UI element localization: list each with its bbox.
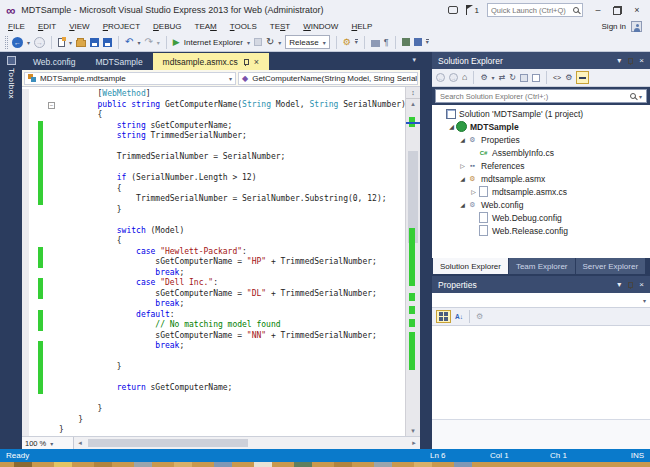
expander-open-icon[interactable]: ◢	[458, 201, 467, 208]
code-line[interactable]: default:	[22, 310, 405, 321]
menu-edit[interactable]: EDIT	[38, 22, 56, 31]
fold-margin[interactable]	[48, 110, 59, 121]
categorized-icon[interactable]	[436, 310, 451, 323]
fold-margin[interactable]	[48, 163, 59, 174]
fold-margin[interactable]	[48, 247, 59, 258]
menu-team[interactable]: TEAM	[195, 22, 217, 31]
toolbar-grip[interactable]	[5, 36, 8, 49]
tree-item-references[interactable]: ▷▪▪References	[432, 159, 650, 172]
fold-margin[interactable]	[48, 425, 59, 436]
fold-margin[interactable]	[48, 131, 59, 142]
code-line[interactable]: {	[22, 110, 405, 121]
tree-item-mdtsample[interactable]: ◢MDTSample	[432, 120, 650, 133]
tree-item-properties[interactable]: ◢⚙Properties	[432, 133, 650, 146]
toolbox-autohide-tab[interactable]: Toolbox	[0, 52, 22, 449]
fold-margin[interactable]	[48, 352, 59, 363]
collapse-all-icon[interactable]	[520, 74, 528, 82]
view-code-icon[interactable]: <>	[553, 74, 561, 81]
pin-icon[interactable]	[627, 281, 633, 289]
code-line[interactable]	[22, 373, 405, 384]
fold-margin[interactable]	[48, 226, 59, 237]
tree-item-web-release-config[interactable]: Web.Release.config	[432, 224, 650, 237]
browser-select-label[interactable]: Internet Explorer	[184, 38, 243, 47]
fold-margin[interactable]: −	[48, 100, 59, 111]
taskbar-app-icon[interactable]	[214, 462, 232, 467]
fold-margin[interactable]	[48, 121, 59, 132]
collapse-region-icon[interactable]: −	[48, 102, 55, 109]
dock-splitter[interactable]	[420, 52, 432, 449]
fold-margin[interactable]	[48, 404, 59, 415]
fold-margin[interactable]	[48, 173, 59, 184]
fold-margin[interactable]	[48, 394, 59, 405]
taskbar-app-icon[interactable]	[454, 462, 472, 467]
fold-margin[interactable]	[48, 310, 59, 321]
fold-margin[interactable]	[48, 331, 59, 342]
fold-margin[interactable]	[48, 89, 59, 100]
taskbar-app-icon[interactable]	[14, 462, 32, 467]
fold-margin[interactable]	[48, 257, 59, 268]
scroll-down-icon[interactable]: ▾	[406, 427, 420, 435]
pin-icon[interactable]	[243, 58, 249, 66]
tool-tab-server-explorer[interactable]: Server Explorer	[576, 258, 646, 274]
code-line[interactable]	[22, 215, 405, 226]
fold-margin[interactable]	[48, 320, 59, 331]
code-line[interactable]: TrimmedSerialNumber = SerialNumber;	[22, 152, 405, 163]
notifications-button[interactable]: 1	[466, 5, 479, 15]
pin-icon[interactable]	[627, 57, 633, 65]
taskbar-app-icon[interactable]	[94, 462, 112, 467]
code-line[interactable]: − public string GetComputerName(String M…	[22, 100, 405, 111]
code-line[interactable]: break;	[22, 268, 405, 279]
expander-closed-icon[interactable]: ▷	[469, 188, 478, 195]
editor-vertical-scrollbar[interactable]: ↕ ▴ ▾	[405, 87, 420, 436]
feedback-icon[interactable]	[448, 6, 458, 14]
properties-object-dropdown[interactable]: ▾	[432, 293, 650, 308]
code-line[interactable]: return sGetComputerName;	[22, 383, 405, 394]
menu-window[interactable]: WINDOW	[303, 22, 338, 31]
code-line[interactable]: switch (Model)	[22, 226, 405, 237]
editor-horizontal-scrollbar[interactable]: ◂ ▸	[74, 437, 420, 449]
taskbar-app-icon[interactable]	[174, 462, 192, 467]
code-line[interactable]	[22, 142, 405, 153]
chevron-down-icon[interactable]: ▾	[492, 74, 495, 81]
fold-margin[interactable]	[48, 152, 59, 163]
toolbox-tab-label[interactable]: Toolbox	[7, 68, 16, 99]
back-icon[interactable]: ←	[436, 73, 445, 82]
tab-mdtsample[interactable]: MDTSample	[85, 53, 152, 70]
fold-margin[interactable]	[48, 236, 59, 247]
scrollbar-thumb[interactable]	[88, 439, 248, 447]
code-line[interactable]: {	[22, 184, 405, 195]
tree-item-assemblyinfo-cs[interactable]: C#AssemblyInfo.cs	[432, 146, 650, 159]
taskbar-app-icon[interactable]	[54, 462, 72, 467]
code-line[interactable]: string TrimmedSerialNumber;	[22, 131, 405, 142]
type-dropdown[interactable]: MDTSample.mdtsample ▾	[24, 72, 236, 85]
chevron-down-icon[interactable]: ▾	[617, 280, 621, 289]
taskbar-app-icon[interactable]	[294, 462, 312, 467]
alphabetical-icon[interactable]: A↓	[455, 313, 463, 320]
fold-margin[interactable]	[48, 341, 59, 352]
outdent-icon[interactable]	[414, 38, 422, 46]
code-editor[interactable]: [WebMethod]− public string GetComputerNa…	[22, 87, 405, 436]
code-line[interactable]: sGetComputerName = "HP" + TrimmedSerialN…	[22, 257, 405, 268]
pilcrow-icon[interactable]: ¶	[384, 38, 389, 47]
fold-margin[interactable]	[48, 383, 59, 394]
properties-title-bar[interactable]: Properties ▾ ×	[432, 276, 650, 293]
menu-help[interactable]: HELP	[351, 22, 372, 31]
tree-item-web-config[interactable]: ◢⚙Web.config	[432, 198, 650, 211]
pending-changes-icon[interactable]: ⚙	[480, 74, 487, 82]
code-line[interactable]: sGetComputerName = "DL" + TrimmedSerialN…	[22, 289, 405, 300]
expander-closed-icon[interactable]: ▷	[458, 162, 467, 169]
windows-taskbar[interactable]	[0, 462, 650, 467]
wrench-icon[interactable]: ⚙	[343, 38, 351, 47]
code-line[interactable]: }	[22, 415, 405, 426]
tool-tab-team-explorer[interactable]: Team Explorer	[509, 258, 575, 274]
code-line[interactable]: // No matching model found	[22, 320, 405, 331]
chevron-down-icon[interactable]: ▾	[617, 56, 621, 65]
taskbar-app-icon[interactable]	[414, 462, 432, 467]
chevron-down-icon[interactable]: ▾	[27, 39, 30, 46]
solution-search-input[interactable]	[440, 92, 627, 101]
menu-view[interactable]: VIEW	[69, 22, 89, 31]
quick-launch-box[interactable]	[487, 3, 583, 17]
code-line[interactable]	[22, 352, 405, 363]
code-line[interactable]	[22, 163, 405, 174]
redo-icon[interactable]: ↷	[144, 37, 152, 47]
